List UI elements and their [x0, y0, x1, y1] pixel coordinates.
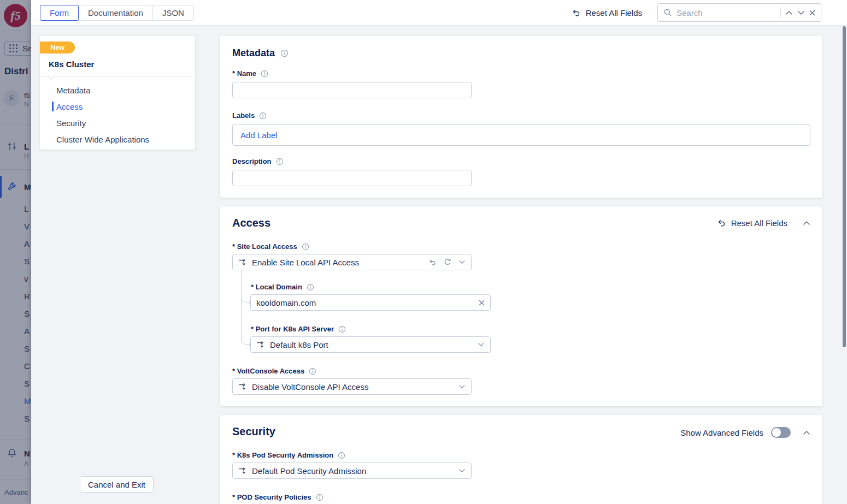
scrollbar[interactable] [843, 26, 846, 347]
reset-all-fields-button[interactable]: Reset All Fields [572, 8, 642, 17]
oneof-icon [256, 341, 265, 349]
search-prev-button[interactable] [785, 10, 793, 15]
labels-label: Labels [232, 111, 255, 120]
chevron-down-icon[interactable] [458, 384, 466, 389]
k8s-pod-security-admission-value: Default Pod Security Admission [252, 466, 454, 476]
site-local-access-select[interactable]: Enable Site Local API Access [232, 254, 472, 270]
security-section: Security Show Advanced Fields * K8s Pod … [220, 415, 822, 504]
port-k8s-api-value: Default k8s Port [270, 340, 473, 349]
oneof-icon [238, 258, 247, 266]
nav-item-cluster-wide-applications[interactable]: Cluster Wide Applications [40, 131, 195, 147]
view-tabs: Form Documentation JSON [40, 5, 194, 21]
voltconsole-access-select[interactable]: Disable VoltConsole API Access [232, 378, 472, 395]
reset-all-fields-label: Reset All Fields [586, 8, 642, 17]
tab-json[interactable]: JSON [152, 5, 194, 21]
show-advanced-fields-label: Show Advanced Fields [680, 428, 763, 437]
clear-field-icon[interactable] [479, 300, 485, 306]
tab-documentation[interactable]: Documentation [78, 5, 153, 21]
info-icon[interactable] [316, 494, 323, 501]
k8s-pod-security-admission-select[interactable]: Default Pod Security Admission [232, 463, 472, 479]
name-input[interactable] [238, 86, 466, 95]
tab-form[interactable]: Form [40, 5, 79, 21]
oneof-icon [238, 467, 247, 475]
form-search [657, 3, 821, 22]
chevron-down-icon[interactable] [478, 342, 485, 347]
k8s-pod-security-admission-label: * K8s Pod Security Admission [232, 451, 333, 459]
access-reset-fields-button[interactable]: Reset All Fields [717, 218, 787, 228]
object-title: K8s Cluster [49, 60, 94, 69]
nested-connector [241, 270, 242, 340]
undo-icon [572, 9, 581, 17]
field-refresh-icon[interactable] [444, 258, 451, 266]
access-reset-fields-label: Reset All Fields [731, 218, 787, 228]
port-k8s-api-select[interactable]: Default k8s Port [250, 336, 491, 353]
chevron-down-icon[interactable] [458, 469, 466, 473]
nav-item-access[interactable]: Access [40, 98, 195, 115]
modal-topbar: Form Documentation JSON Reset All Fields [31, 0, 847, 26]
info-icon[interactable] [338, 325, 346, 333]
local-domain-input[interactable] [256, 298, 479, 307]
name-label: * Name [232, 69, 256, 78]
k8s-cluster-modal: Form Documentation JSON Reset All Fields [31, 0, 847, 504]
info-icon[interactable] [302, 243, 309, 251]
voltconsole-access-value: Disable VoltConsole API Access [252, 382, 454, 392]
voltconsole-access-label: * VoltConsole Access [232, 367, 304, 375]
metadata-section: Metadata * Name Labels Add Label Descrip… [220, 36, 822, 198]
search-close-button[interactable] [809, 10, 815, 16]
show-advanced-fields-toggle[interactable] [771, 427, 791, 438]
site-local-access-label: * Site Local Access [232, 242, 297, 251]
info-icon[interactable] [280, 49, 289, 57]
divider [780, 8, 781, 17]
local-domain-label: * Local Domain [251, 283, 302, 291]
description-input[interactable] [238, 174, 466, 183]
access-section-title: Access [232, 217, 270, 229]
site-local-access-value: Enable Site Local API Access [252, 258, 424, 267]
chevron-down-icon[interactable] [458, 260, 466, 264]
new-badge: New [40, 41, 75, 54]
security-section-title: Security [232, 425, 275, 438]
section-nav: Metadata Access Security Cluster Wide Ap… [40, 82, 195, 147]
info-icon[interactable] [309, 367, 316, 375]
collapse-section-button[interactable] [803, 430, 810, 435]
port-k8s-api-label: * Port for K8s API Server [251, 325, 334, 333]
nav-item-metadata[interactable]: Metadata [40, 82, 195, 98]
oneof-icon [238, 383, 247, 391]
pod-security-policies-label: * POD Security Policies [232, 493, 311, 501]
info-icon[interactable] [259, 112, 267, 120]
info-icon[interactable] [261, 70, 268, 78]
field-undo-icon[interactable] [428, 259, 437, 266]
collapse-section-button[interactable] [803, 221, 810, 226]
labels-container: Add Label [232, 124, 810, 146]
info-icon[interactable] [307, 283, 314, 291]
search-icon [663, 8, 672, 17]
search-next-button[interactable] [797, 10, 805, 15]
object-nav-panel: New K8s Cluster Metadata Access Security… [40, 36, 195, 150]
nested-connector-elbow [241, 293, 248, 303]
collapse-notch-icon [48, 73, 54, 79]
toggle-knob [772, 428, 781, 437]
description-label: Description [232, 157, 272, 165]
divider [40, 76, 195, 76]
metadata-section-title: Metadata [232, 48, 275, 59]
info-icon[interactable] [338, 452, 345, 459]
search-input[interactable] [677, 8, 776, 17]
access-section: Access Reset All Fields * Site Local Acc… [220, 206, 822, 406]
undo-icon [717, 219, 726, 227]
info-icon[interactable] [276, 158, 284, 165]
nav-item-security[interactable]: Security [40, 115, 195, 131]
cancel-and-exit-button[interactable]: Cancel and Exit [80, 476, 154, 493]
add-label-button[interactable]: Add Label [240, 131, 278, 140]
nested-connector-elbow [241, 335, 248, 345]
